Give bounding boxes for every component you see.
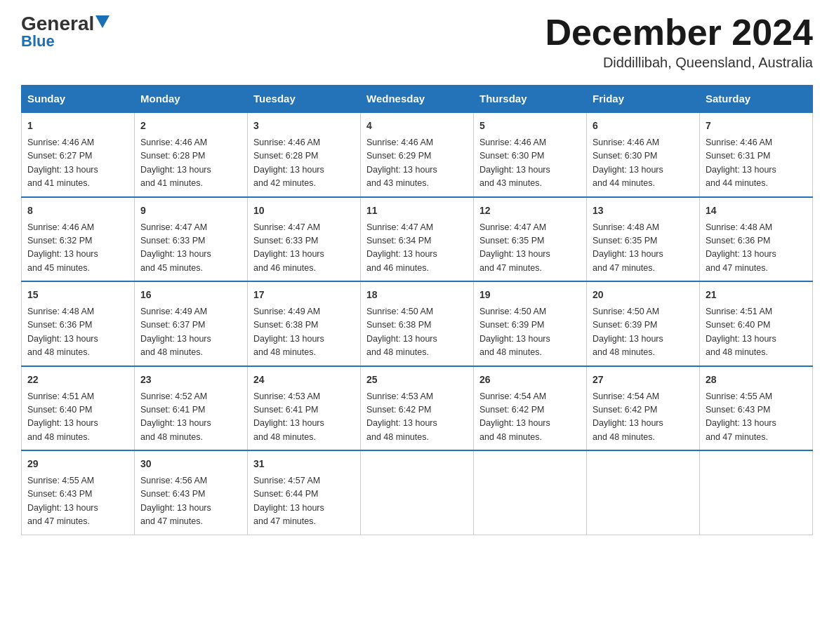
day-number: 12 [479,203,581,218]
day-number: 9 [140,203,241,218]
calendar-cell: 7Sunrise: 4:46 AMSunset: 6:31 PMDaylight… [700,112,813,197]
day-number: 3 [253,119,355,133]
day-number: 21 [706,288,807,302]
day-info: Sunrise: 4:51 AMSunset: 6:40 PMDaylight:… [706,305,807,360]
calendar-cell: 23Sunrise: 4:52 AMSunset: 6:41 PMDayligh… [135,366,248,451]
week-row-1: 1Sunrise: 4:46 AMSunset: 6:27 PMDaylight… [22,112,813,197]
day-number: 22 [27,373,128,387]
day-info: Sunrise: 4:50 AMSunset: 6:39 PMDaylight:… [593,305,694,360]
day-info: Sunrise: 4:46 AMSunset: 6:32 PMDaylight:… [27,221,128,276]
calendar-cell [587,450,700,535]
calendar-cell: 1Sunrise: 4:46 AMSunset: 6:27 PMDaylight… [22,112,135,197]
calendar-cell: 28Sunrise: 4:55 AMSunset: 6:43 PMDayligh… [700,366,813,451]
day-number: 30 [140,457,241,471]
calendar-cell [700,450,813,535]
day-number: 28 [706,373,807,387]
calendar-cell: 27Sunrise: 4:54 AMSunset: 6:42 PMDayligh… [587,366,700,451]
calendar-cell: 3Sunrise: 4:46 AMSunset: 6:28 PMDaylight… [248,112,361,197]
day-info: Sunrise: 4:47 AMSunset: 6:35 PMDaylight:… [479,221,581,276]
week-row-4: 22Sunrise: 4:51 AMSunset: 6:40 PMDayligh… [22,366,813,451]
day-number: 23 [140,373,241,387]
calendar-cell: 4Sunrise: 4:46 AMSunset: 6:29 PMDaylight… [361,112,474,197]
day-info: Sunrise: 4:48 AMSunset: 6:36 PMDaylight:… [706,221,807,276]
calendar-table: Sunday Monday Tuesday Wednesday Thursday… [21,85,813,535]
day-number: 25 [366,373,468,387]
calendar-cell: 9Sunrise: 4:47 AMSunset: 6:33 PMDaylight… [135,197,248,282]
day-number: 29 [27,457,128,471]
day-number: 31 [253,457,355,471]
calendar-cell: 8Sunrise: 4:46 AMSunset: 6:32 PMDaylight… [22,197,135,282]
day-number: 14 [706,203,807,218]
calendar-cell: 25Sunrise: 4:53 AMSunset: 6:42 PMDayligh… [361,366,474,451]
day-info: Sunrise: 4:49 AMSunset: 6:37 PMDaylight:… [140,305,241,360]
day-number: 8 [27,203,128,218]
calendar-cell: 10Sunrise: 4:47 AMSunset: 6:33 PMDayligh… [248,197,361,282]
header-thursday: Thursday [474,86,587,113]
calendar-cell: 6Sunrise: 4:46 AMSunset: 6:30 PMDaylight… [587,112,700,197]
calendar-cell: 15Sunrise: 4:48 AMSunset: 6:36 PMDayligh… [22,281,135,366]
calendar-cell: 29Sunrise: 4:55 AMSunset: 6:43 PMDayligh… [22,450,135,535]
day-info: Sunrise: 4:55 AMSunset: 6:43 PMDaylight:… [706,390,807,445]
day-number: 6 [593,119,694,133]
day-number: 1 [27,119,128,133]
day-number: 20 [593,288,694,302]
page-header: General Blue December 2024 Diddillibah, … [21,14,813,71]
day-number: 13 [593,203,694,218]
calendar-cell [361,450,474,535]
header-wednesday: Wednesday [361,86,474,113]
week-row-3: 15Sunrise: 4:48 AMSunset: 6:36 PMDayligh… [22,281,813,366]
day-info: Sunrise: 4:48 AMSunset: 6:35 PMDaylight:… [593,221,694,276]
svg-marker-0 [95,15,110,28]
day-info: Sunrise: 4:47 AMSunset: 6:34 PMDaylight:… [366,221,468,276]
header-friday: Friday [587,86,700,113]
day-number: 15 [27,288,128,302]
day-number: 10 [253,203,355,218]
location: Diddillibah, Queensland, Australia [545,55,813,71]
day-number: 17 [253,288,355,302]
calendar-cell: 13Sunrise: 4:48 AMSunset: 6:35 PMDayligh… [587,197,700,282]
day-info: Sunrise: 4:57 AMSunset: 6:44 PMDaylight:… [253,474,355,529]
day-info: Sunrise: 4:51 AMSunset: 6:40 PMDaylight:… [27,390,128,445]
day-info: Sunrise: 4:46 AMSunset: 6:27 PMDaylight:… [27,136,128,191]
logo-blue: Blue [21,32,55,51]
calendar-cell: 18Sunrise: 4:50 AMSunset: 6:38 PMDayligh… [361,281,474,366]
week-row-2: 8Sunrise: 4:46 AMSunset: 6:32 PMDaylight… [22,197,813,282]
calendar-cell: 16Sunrise: 4:49 AMSunset: 6:37 PMDayligh… [135,281,248,366]
day-info: Sunrise: 4:55 AMSunset: 6:43 PMDaylight:… [27,474,128,529]
day-number: 18 [366,288,468,302]
header-monday: Monday [135,86,248,113]
day-number: 27 [593,373,694,387]
calendar-cell: 24Sunrise: 4:53 AMSunset: 6:41 PMDayligh… [248,366,361,451]
day-info: Sunrise: 4:54 AMSunset: 6:42 PMDaylight:… [479,390,581,445]
day-info: Sunrise: 4:46 AMSunset: 6:31 PMDaylight:… [706,136,807,191]
day-info: Sunrise: 4:46 AMSunset: 6:30 PMDaylight:… [479,136,581,191]
day-number: 4 [366,119,468,133]
calendar-cell: 21Sunrise: 4:51 AMSunset: 6:40 PMDayligh… [700,281,813,366]
day-info: Sunrise: 4:47 AMSunset: 6:33 PMDaylight:… [140,221,241,276]
calendar-cell: 31Sunrise: 4:57 AMSunset: 6:44 PMDayligh… [248,450,361,535]
day-number: 11 [366,203,468,218]
day-info: Sunrise: 4:50 AMSunset: 6:39 PMDaylight:… [479,305,581,360]
calendar-cell: 14Sunrise: 4:48 AMSunset: 6:36 PMDayligh… [700,197,813,282]
day-info: Sunrise: 4:49 AMSunset: 6:38 PMDaylight:… [253,305,355,360]
day-number: 26 [479,373,581,387]
day-number: 5 [479,119,581,133]
logo-text: General [21,14,110,34]
weekday-header-row: Sunday Monday Tuesday Wednesday Thursday… [22,86,813,113]
calendar-cell: 30Sunrise: 4:56 AMSunset: 6:43 PMDayligh… [135,450,248,535]
day-info: Sunrise: 4:52 AMSunset: 6:41 PMDaylight:… [140,390,241,445]
calendar-cell [474,450,587,535]
day-info: Sunrise: 4:54 AMSunset: 6:42 PMDaylight:… [593,390,694,445]
day-info: Sunrise: 4:46 AMSunset: 6:28 PMDaylight:… [140,136,241,191]
calendar-cell: 5Sunrise: 4:46 AMSunset: 6:30 PMDaylight… [474,112,587,197]
calendar-cell: 20Sunrise: 4:50 AMSunset: 6:39 PMDayligh… [587,281,700,366]
day-info: Sunrise: 4:46 AMSunset: 6:30 PMDaylight:… [593,136,694,191]
calendar-cell: 2Sunrise: 4:46 AMSunset: 6:28 PMDaylight… [135,112,248,197]
day-info: Sunrise: 4:50 AMSunset: 6:38 PMDaylight:… [366,305,468,360]
calendar-cell: 12Sunrise: 4:47 AMSunset: 6:35 PMDayligh… [474,197,587,282]
header-saturday: Saturday [700,86,813,113]
calendar-cell: 11Sunrise: 4:47 AMSunset: 6:34 PMDayligh… [361,197,474,282]
day-number: 24 [253,373,355,387]
day-number: 19 [479,288,581,302]
calendar-cell: 26Sunrise: 4:54 AMSunset: 6:42 PMDayligh… [474,366,587,451]
